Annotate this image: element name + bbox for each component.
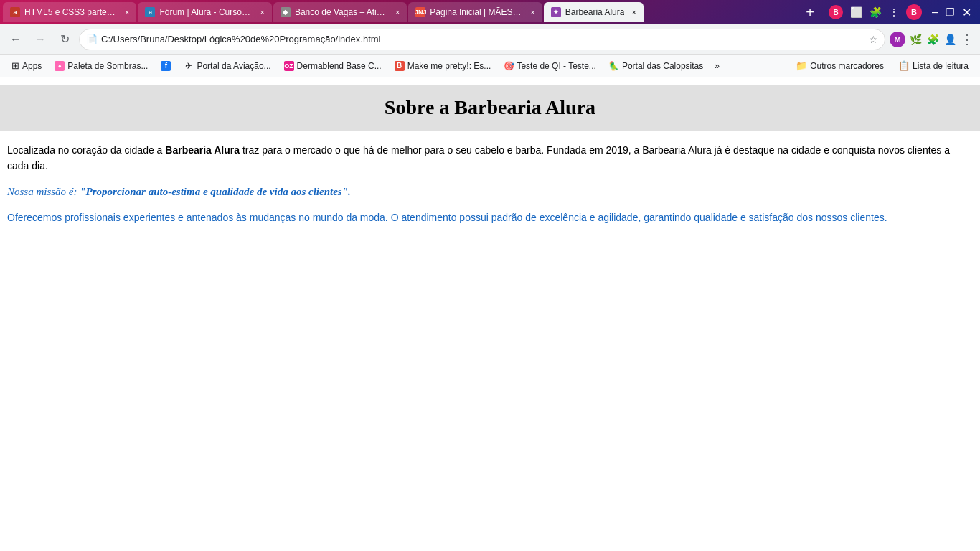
- customize-chrome-icon[interactable]: 👤: [943, 32, 957, 47]
- bookmark-aviacao[interactable]: ✈ Portal da Aviação...: [178, 59, 276, 73]
- tab-label-tab3: Banco de Vagas – Atibaia.com: [295, 7, 388, 17]
- title-bar: aHTML5 e CSS3 parte 1: Aula×aFórum | Alu…: [0, 0, 980, 24]
- aviacao-favicon: ✈: [184, 61, 194, 71]
- restore-button[interactable]: ❐: [946, 6, 955, 18]
- calopsitas-favicon: 🦜: [609, 61, 619, 71]
- star-icon[interactable]: ☆: [869, 34, 878, 45]
- intro-paragraph: Localizada no coração da cidade a Barbea…: [7, 142, 973, 174]
- dermablend-label: Dermablend Base C...: [297, 61, 382, 71]
- tab-favicon-tab1: a: [10, 7, 20, 17]
- calopsitas-label: Portal das Calopsitas: [622, 61, 703, 71]
- more-chevron: »: [715, 61, 720, 71]
- mission-quote: "Proporcionar auto-estima e qualidade de…: [80, 186, 350, 197]
- tab-favicon-tab5: ✦: [551, 7, 561, 17]
- user-profile-icon[interactable]: B: [829, 5, 843, 19]
- bookmark-calopsitas[interactable]: 🦜 Portal das Calopsitas: [603, 59, 709, 73]
- paleta-label: Paleta de Sombras...: [67, 61, 148, 71]
- back-button[interactable]: ←: [6, 29, 26, 50]
- tabs-container: aHTML5 e CSS3 parte 1: Aula×aFórum | Alu…: [3, 2, 797, 22]
- forward-button[interactable]: →: [30, 29, 50, 50]
- address-bar: ← → ↻ 📄 ☆ M 🌿 🧩 👤 ⋮: [0, 24, 980, 55]
- dermablend-favicon: OZ: [284, 61, 294, 71]
- page-content: Sobre a Barbearia Alura Localizada no co…: [0, 77, 980, 232]
- aviacao-label: Portal da Aviação...: [197, 61, 270, 71]
- extension-icon-1[interactable]: 🌿: [908, 32, 923, 47]
- browser-tab-tab1[interactable]: aHTML5 e CSS3 parte 1: Aula×: [3, 2, 136, 22]
- bookmark-paleta[interactable]: ♦ Paleta de Sombras...: [49, 59, 154, 73]
- tab-close-tab5[interactable]: ×: [631, 8, 636, 17]
- tab-favicon-tab4: JNJ: [415, 7, 425, 17]
- folder-icon: 📁: [796, 60, 807, 71]
- titlebar-controls: B ⬜ 🧩 ⋮ B – ❐ ✕: [823, 4, 977, 20]
- tab-close-tab3[interactable]: ×: [395, 8, 400, 17]
- tab-label-tab5: Barbearia Alura: [565, 7, 625, 17]
- outros-label: Outros marcadores: [810, 61, 884, 71]
- page-header: Sobre a Barbearia Alura: [0, 85, 980, 131]
- reading-list-icon: 📋: [898, 60, 910, 71]
- apps-grid-icon: ⊞: [11, 60, 19, 71]
- tab-label-tab4: Página Inicial | MÃES & FILH…: [430, 7, 523, 17]
- browser-tab-tab4[interactable]: JNJPágina Inicial | MÃES & FILH…×: [408, 2, 542, 22]
- tab-label-tab2: Fórum | Alura - Cursos online: [159, 7, 253, 17]
- browser-tab-tab5[interactable]: ✦Barbearia Alura×: [544, 2, 644, 22]
- outros-marcadores-button[interactable]: 📁 Outros marcadores: [790, 58, 890, 73]
- bookmark-testeqi[interactable]: 🎯 Teste de QI - Teste...: [498, 59, 602, 73]
- tab-add-button[interactable]: +: [800, 2, 820, 22]
- minimize-button[interactable]: –: [932, 6, 938, 19]
- testeqi-favicon: 🎯: [504, 61, 514, 71]
- paleta-favicon: ♦: [55, 61, 65, 71]
- mission-prefix: Nossa missão é:: [7, 186, 80, 197]
- mission-paragraph: Nossa missão é: "Proporcionar auto-estim…: [7, 186, 973, 198]
- lista-label: Lista de leitura: [913, 61, 969, 71]
- page-body: Localizada no coração da cidade a Barbea…: [0, 142, 980, 225]
- bookmark-dermablend[interactable]: OZ Dermablend Base C...: [278, 59, 387, 73]
- service-paragraph: Oferecemos profissionais experientes e a…: [7, 209, 973, 225]
- facebook-favicon: f: [161, 61, 171, 71]
- tab-close-tab4[interactable]: ×: [530, 8, 534, 17]
- brand-name: Barbearia Alura: [165, 144, 240, 156]
- address-right-icons: ☆: [869, 34, 878, 45]
- tab-close-tab1[interactable]: ×: [125, 8, 129, 17]
- close-button[interactable]: ✕: [962, 6, 971, 19]
- page-title: Sobre a Barbearia Alura: [7, 96, 973, 119]
- bookmarks-right: 📁 Outros marcadores 📋 Lista de leitura: [790, 58, 974, 73]
- address-input[interactable]: [79, 29, 885, 50]
- bookmark-facebook[interactable]: f: [155, 59, 176, 73]
- tab-label-tab1: HTML5 e CSS3 parte 1: Aula: [24, 7, 118, 17]
- toolbar-right: M 🌿 🧩 👤 ⋮: [890, 32, 974, 47]
- settings-menu-button[interactable]: ⋮: [960, 32, 974, 47]
- profile-m-icon[interactable]: M: [890, 32, 905, 47]
- makeme-favicon: B: [395, 61, 405, 71]
- extensions-icon[interactable]: 🧩: [870, 6, 882, 18]
- tab-favicon-tab2: a: [145, 7, 155, 17]
- tab-close-tab2[interactable]: ×: [260, 8, 264, 17]
- address-lock-icon: 📄: [86, 34, 98, 44]
- browser-tab-tab3[interactable]: ◆Banco de Vagas – Atibaia.com×: [273, 2, 407, 22]
- bookmarks-more-button[interactable]: »: [710, 59, 724, 73]
- extension-icon-2[interactable]: 🧩: [925, 32, 940, 47]
- address-wrapper: 📄 ☆: [79, 29, 885, 50]
- menu-icon[interactable]: ⋮: [889, 6, 899, 18]
- apps-label: Apps: [22, 61, 42, 71]
- cast-icon[interactable]: ⬜: [850, 6, 862, 18]
- reload-button[interactable]: ↻: [55, 29, 75, 50]
- testeqi-label: Teste de QI - Teste...: [517, 61, 596, 71]
- lista-leitura-button[interactable]: 📋 Lista de leitura: [892, 58, 974, 73]
- bookmark-apps[interactable]: ⊞ Apps: [6, 58, 47, 73]
- intro-text-start: Localizada no coração da cidade a: [7, 144, 165, 156]
- bookmark-makeme[interactable]: B Make me pretty!: Es...: [389, 59, 497, 73]
- bookmarks-bar: ⊞ Apps ♦ Paleta de Sombras... f ✈ Portal…: [0, 55, 980, 77]
- profile-avatar[interactable]: B: [906, 4, 922, 20]
- browser-tab-tab2[interactable]: aFórum | Alura - Cursos online×: [138, 2, 271, 22]
- tab-favicon-tab3: ◆: [281, 7, 291, 17]
- makeme-label: Make me pretty!: Es...: [407, 61, 491, 71]
